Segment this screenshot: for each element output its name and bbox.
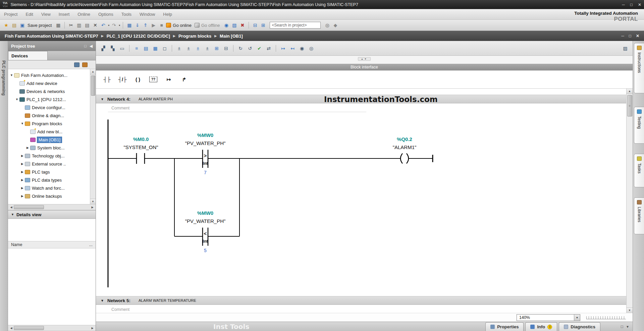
delete-icon[interactable]: ✕ <box>92 21 99 29</box>
scroll-right-icon[interactable]: ▶ <box>90 206 95 209</box>
expander-icon[interactable]: ▶ <box>20 170 24 174</box>
breadcrumb-item-project[interactable]: Fish Farm Automation Using SIMATIC-STEP7 <box>5 34 98 39</box>
undo-dropdown-icon[interactable]: ▾ <box>108 24 109 27</box>
details-name-column-header[interactable]: Name ... <box>8 241 96 248</box>
swap-operands-icon[interactable]: ⇄ <box>265 44 273 52</box>
tree-item-add-new-block[interactable]: Add new bl... <box>8 128 96 136</box>
upload-from-device-icon[interactable]: ⇑ <box>142 21 149 29</box>
breadcrumb-item-program-blocks[interactable]: Program blocks <box>178 34 211 39</box>
tree-item-online-backups[interactable]: ▶ Online backups <box>8 192 96 200</box>
paste-icon[interactable]: ▤ <box>84 21 91 29</box>
show-absolute-operands-icon[interactable]: ± <box>175 44 183 52</box>
copy-icon[interactable]: ▥ <box>75 21 83 29</box>
tree-item-plc1[interactable]: ▼ PLC_1 [CPU 1212... <box>8 95 96 103</box>
print-icon[interactable]: ▦ <box>55 21 62 29</box>
coil-tag[interactable]: "ALARM1" <box>393 144 417 150</box>
scroll-down-icon[interactable]: ▼ <box>627 308 633 313</box>
expander-icon[interactable]: ▶ <box>25 146 30 149</box>
collapse-inspector-icon[interactable]: ▾ <box>627 324 629 329</box>
show-tag-info-icon[interactable]: ± <box>194 44 202 52</box>
compare1-operator[interactable]: > <box>204 153 207 158</box>
insert-empty-box-icon[interactable]: ▚ <box>109 44 117 52</box>
details-horizontal-scrollbar[interactable]: ◀ ▶ <box>8 325 96 331</box>
editor-minimize-icon[interactable]: ─ <box>621 34 624 38</box>
open-project-icon[interactable]: ▤ <box>11 21 18 29</box>
collapse-panel-icon[interactable]: ◀ <box>90 44 93 48</box>
coil-address[interactable]: %Q0.2 <box>397 136 412 142</box>
tree-item-main-ob1[interactable]: Main [OB1] <box>8 136 96 144</box>
favorite-no-contact-icon[interactable]: ┤├ <box>101 74 113 85</box>
expander-icon[interactable]: ▼ <box>9 74 14 77</box>
editor-maximize-icon[interactable]: □ <box>629 34 631 38</box>
editor-vertical-scrollbar[interactable]: ▲ ≡ ▼ <box>626 89 633 313</box>
redo-dropdown-icon[interactable]: ▾ <box>119 24 120 27</box>
goto-next-network-icon[interactable]: ↦ <box>279 44 287 52</box>
menu-online[interactable]: Online <box>77 12 90 17</box>
search-input[interactable] <box>270 22 320 28</box>
tab-properties[interactable]: Properties <box>485 322 524 331</box>
details-collapse-icon[interactable]: ▼ <box>11 213 14 216</box>
favorite-close-branch-icon[interactable]: ↱ <box>178 74 191 85</box>
favorite-open-branch-icon[interactable]: ↦ <box>162 74 175 85</box>
expand-inspector-icon[interactable]: □ <box>621 324 623 329</box>
tab-libraries[interactable]: Libraries <box>634 197 644 234</box>
download-to-device-icon[interactable]: ⇓ <box>134 21 141 29</box>
tab-instructions[interactable]: Instructions <box>634 43 644 93</box>
revert-changes-icon[interactable]: ↺ <box>246 44 254 52</box>
network4-header[interactable]: ▼ Network 4: ALARM WATER PH Instrumentat… <box>96 95 626 103</box>
column-options-icon[interactable]: ... <box>89 242 93 247</box>
network5-collapse-icon[interactable]: ▼ <box>101 299 104 302</box>
network5-comment[interactable]: Comment <box>96 305 626 313</box>
project-library-icon[interactable]: ◆ <box>332 21 339 29</box>
expander-icon[interactable]: ▶ <box>20 162 24 166</box>
new-project-icon[interactable]: ★ <box>3 21 10 29</box>
scroll-up-icon[interactable]: ▲ <box>90 69 96 75</box>
favorite-coil-icon[interactable]: ( ) <box>131 74 144 85</box>
details-view-header[interactable]: ▼ Details view <box>8 210 96 219</box>
favorites-toggle-icon[interactable]: ▤ <box>142 44 150 52</box>
tree-item-plc-tags[interactable]: ▶ PLC tags <box>8 168 96 176</box>
hide-tag-info-icon[interactable]: ± <box>203 44 211 52</box>
search-icon[interactable]: ◎ <box>324 21 331 29</box>
scroll-thumb[interactable] <box>14 205 44 209</box>
tab-diagnostics[interactable]: Diagnostics <box>559 322 600 331</box>
split-vertical-icon[interactable]: ⊞ <box>260 21 267 29</box>
expander-icon[interactable]: ▶ <box>20 154 24 157</box>
zoom-select[interactable]: 140% ▼ <box>517 314 580 321</box>
tab-testing[interactable]: Testing <box>634 107 644 144</box>
expander-icon[interactable]: ▶ <box>20 178 24 182</box>
scroll-thumb[interactable] <box>14 326 44 330</box>
scroll-thumb[interactable]: ≡ <box>627 95 632 116</box>
scroll-left-icon[interactable]: ◀ <box>9 206 14 209</box>
update-block-calls-icon[interactable]: ↻ <box>236 44 245 52</box>
statement-list-view-icon[interactable]: ▦ <box>151 44 159 52</box>
go-offline-button[interactable]: Go offline <box>201 23 220 28</box>
split-horizontal-icon[interactable]: ⊟ <box>252 21 259 29</box>
scroll-right-icon[interactable]: ▶ <box>90 327 95 330</box>
breadcrumb-item-main-ob1[interactable]: Main [OB1] <box>220 34 243 39</box>
compare1-address[interactable]: %MW0 <box>197 132 213 138</box>
tree-item-program-blocks[interactable]: ▼ Program blocks <box>8 120 96 128</box>
menu-edit[interactable]: Edit <box>25 12 33 17</box>
compare1-datatype[interactable]: Int <box>203 161 208 166</box>
tree-item-online-diagnostics[interactable]: Online & diagn... <box>8 111 96 120</box>
save-project-icon[interactable]: ▣ <box>19 21 26 29</box>
scroll-thumb[interactable] <box>91 76 95 96</box>
compare2-constant[interactable]: 5 <box>204 248 207 253</box>
show-symbolic-operands-icon[interactable]: ± <box>184 44 193 52</box>
redo-icon[interactable]: ↷ <box>110 21 117 29</box>
undo-icon[interactable]: ↶ <box>100 21 107 29</box>
contact-address[interactable]: %M0.0 <box>133 136 149 142</box>
zoom-dropdown-icon[interactable]: ▼ <box>574 315 580 321</box>
tree-item-device-configuration[interactable]: Device configur... <box>8 103 96 111</box>
menu-window[interactable]: Window <box>140 12 155 17</box>
open-all-networks-icon[interactable]: ⊞ <box>213 44 221 52</box>
block-interface-bar[interactable]: Block interface <box>96 64 633 70</box>
menu-tools[interactable]: Tools <box>121 12 131 17</box>
tree-item-plc-data-types[interactable]: ▶ PLC data types <box>8 176 96 184</box>
expander-icon[interactable]: ▶ <box>20 186 24 190</box>
tree-vertical-scrollbar[interactable]: ▲ ▼ <box>90 69 96 204</box>
menu-view[interactable]: View <box>41 12 51 17</box>
interface-splitter-handle[interactable]: ▲▼ <box>358 57 371 61</box>
editor-close-icon[interactable]: ✕ <box>636 34 639 38</box>
